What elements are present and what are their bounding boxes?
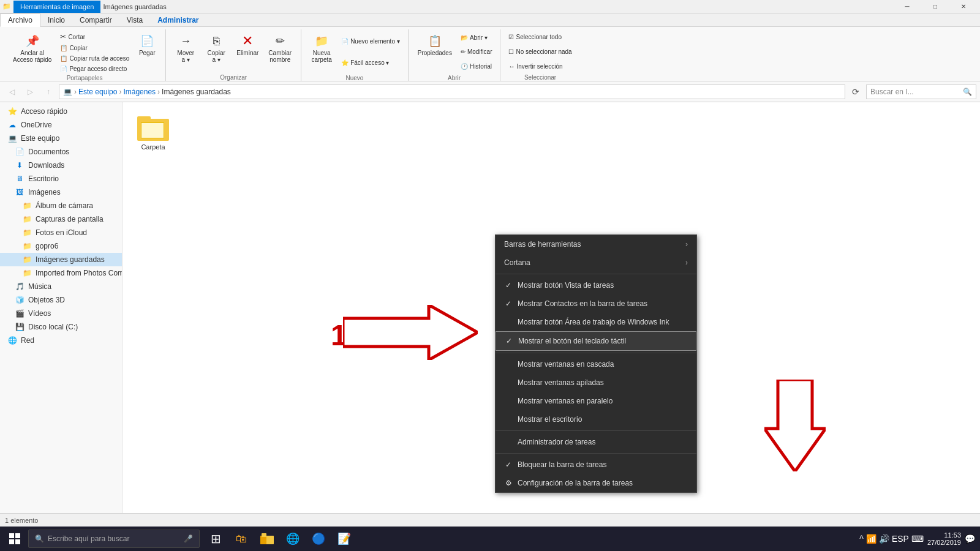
sidebar-item-videos[interactable]: 🎬 Vídeos (0, 307, 122, 320)
taskbar-icon-edge[interactable]: 🌐 (281, 527, 305, 550)
start-button[interactable] (2, 527, 27, 550)
file-item-carpeta[interactable]: Carpeta (129, 108, 178, 156)
sidebar-item-este-equipo[interactable]: 💻 Este equipo (0, 132, 122, 145)
pegar-btn[interactable]: 📋 Copiar ruta de acceso (57, 53, 132, 64)
tray-notification[interactable]: 💬 (965, 534, 975, 544)
sidebar-item-fotos-cloud[interactable]: 📁 Fotos en iCloud (0, 226, 122, 239)
tray-volume[interactable]: 🔊 (879, 534, 889, 544)
cortar-btn[interactable]: ✂ Cortar (57, 31, 132, 43)
historial-btn[interactable]: 🕐 Historial (458, 61, 496, 72)
no-seleccionar-btn[interactable]: ☐ No seleccionar nada (505, 47, 575, 57)
path-imagenes[interactable]: Imágenes (123, 88, 156, 96)
search-box[interactable]: Buscar en I... 🔍 (866, 84, 976, 99)
tray-keyboard[interactable]: ⌨ (911, 534, 924, 544)
ribbon: Archivo Inicio Compartir Vista Administr… (0, 13, 980, 81)
sidebar-item-imagenes-guardadas[interactable]: 📁 Imágenes guardadas (0, 253, 122, 266)
ctx-bloquear[interactable]: ✓ Bloquear la barra de tareas (496, 455, 696, 474)
modificar-btn[interactable]: ✏ Modificar (458, 47, 496, 57)
tab-vista[interactable]: Vista (119, 13, 150, 27)
taskbar-icon-explorer[interactable] (255, 527, 279, 550)
tab-archivo[interactable]: Archivo (0, 13, 40, 27)
cambiar-nombre-btn[interactable]: ✏ Cambiarnombre (264, 31, 296, 66)
nuevo-elemento-btn[interactable]: 📄 Nuevo elemento ▾ (338, 36, 403, 47)
tab-compartir[interactable]: Compartir (72, 13, 119, 27)
este-equipo-icon: 💻 (7, 133, 17, 143)
invertir-btn[interactable]: ↔ Invertir selección (505, 61, 565, 72)
taskbar-search-placeholder: Escribe aquí para buscar (48, 534, 129, 543)
svg-rect-7 (260, 536, 266, 544)
ribbon-group-abrir: 📋 Propiedades 📂 Abrir ▾ ✏ Modificar 🕐 Hi… (409, 29, 501, 81)
tray-network[interactable]: 📶 (866, 534, 876, 544)
sidebar-item-documentos[interactable]: 📄 Documentos (0, 145, 122, 159)
ribbon-group-abrir-items: 📋 Propiedades 📂 Abrir ▾ ✏ Modificar 🕐 Hi… (413, 29, 496, 73)
seleccionar-todo-btn[interactable]: ☑ Seleccionar todo (505, 32, 565, 42)
ribbon-group-portapapeles: 📌 Anclar alAcceso rápido ✂ Cortar 📋 Copi… (4, 29, 166, 81)
sidebar-item-musica[interactable]: 🎵 Música (0, 280, 122, 293)
title-tab-herramientas[interactable]: Herramientas de imagen (13, 1, 100, 13)
facil-acceso-btn[interactable]: ⭐ Fácil acceso ▾ (338, 58, 403, 68)
sidebar-item-onedrive[interactable]: ☁ OneDrive (0, 118, 122, 132)
anclar-label: Anclar alAcceso rápido (13, 50, 51, 63)
copiar-a-btn[interactable]: ⎘ Copiara ▾ (202, 31, 231, 66)
ctx-mostrar-cascada[interactable]: Mostrar ventanas en cascada (496, 355, 696, 373)
ctx-admin-tareas[interactable]: Administrador de tareas (496, 433, 696, 451)
eliminar-btn[interactable]: ✕ Eliminar (232, 31, 263, 59)
sidebar-item-disco-local[interactable]: 💾 Disco local (C:) (0, 320, 122, 334)
taskbar-clock[interactable]: 11:53 27/02/2019 (927, 531, 961, 546)
abrir-btn[interactable]: 📂 Abrir ▾ (458, 32, 496, 43)
ctx-barras-herramientas[interactable]: Barras de herramientas › (496, 235, 696, 253)
sidebar-item-escritorio[interactable]: 🖥 Escritorio (0, 172, 122, 186)
ctx-config-barra[interactable]: ⚙ Configuración de la barra de tareas (496, 474, 696, 492)
ribbon-group-portapapeles-items: 📌 Anclar alAcceso rápido ✂ Cortar 📋 Copi… (9, 29, 160, 73)
taskbar-icon-word[interactable]: 📝 (332, 527, 356, 550)
arrow-down (764, 380, 826, 473)
refresh-button[interactable]: ⟳ (848, 84, 864, 100)
ctx-mostrar-vista-tareas[interactable]: ✓ Mostrar botón Vista de tareas (496, 276, 696, 294)
pegar-acceso-btn[interactable]: 📄 Pegar acceso directo (57, 64, 132, 74)
objetos3d-label: Objetos 3D (28, 296, 65, 304)
up-button[interactable]: ↑ (40, 84, 56, 100)
anclar-btn[interactable]: 📌 Anclar alAcceso rápido (9, 31, 56, 66)
forward-button[interactable]: ▷ (22, 84, 38, 100)
nueva-carpeta-btn[interactable]: 📁 Nuevacarpeta (306, 31, 337, 66)
pegar-big-btn[interactable]: 📄 Pegar (134, 31, 160, 59)
path-este-equipo[interactable]: Este equipo (78, 88, 117, 96)
maximize-button[interactable]: □ (921, 0, 949, 13)
eliminar-icon: ✕ (240, 34, 255, 48)
sidebar-item-downloads[interactable]: ⬇ Downloads (0, 159, 122, 172)
taskbar-icon-store[interactable]: 🛍 (229, 527, 254, 550)
taskbar-icon-chrome[interactable]: 🔵 (306, 527, 331, 550)
taskbar-tray: ^ 📶 🔊 ESP ⌨ (859, 534, 924, 544)
ribbon-content: 📌 Anclar alAcceso rápido ✂ Cortar 📋 Copi… (0, 27, 980, 81)
back-button[interactable]: ◁ (4, 84, 20, 100)
sidebar-item-album[interactable]: 📁 Álbum de cámara (0, 199, 122, 212)
minimize-button[interactable]: ─ (893, 0, 921, 13)
taskbar-search[interactable]: 🔍 Escribe aquí para buscar 🎤 (28, 530, 200, 548)
address-path[interactable]: 💻 › Este equipo › Imágenes › Imágenes gu… (59, 84, 845, 99)
sidebar-item-imagenes[interactable]: 🖼 Imágenes (0, 186, 122, 199)
taskbar-icon-task-view[interactable]: ⊞ (203, 527, 228, 550)
sidebar-item-gopro6[interactable]: 📁 gopro6 (0, 239, 122, 253)
sidebar-item-capturas[interactable]: 📁 Capturas de pantalla (0, 212, 122, 226)
sidebar-item-red[interactable]: 🌐 Red (0, 334, 122, 347)
sidebar-item-imported[interactable]: 📁 Imported from Photos Com (0, 266, 122, 280)
ctx-mostrar-paralelo[interactable]: Mostrar ventanas en paralelo (496, 392, 696, 410)
copiar-btn[interactable]: 📋 Copiar (57, 43, 132, 53)
tab-administrar[interactable]: Administrar (150, 13, 206, 27)
propiedades-btn[interactable]: 📋 Propiedades (413, 31, 456, 59)
ctx-mostrar-contactos[interactable]: ✓ Mostrar Contactos en la barra de tarea… (496, 294, 696, 313)
tray-lang[interactable]: ESP (892, 534, 909, 544)
mover-btn[interactable]: → Movera ▾ (171, 31, 200, 66)
ctx-mostrar-escritorio[interactable]: Mostrar el escritorio (496, 410, 696, 429)
ctx-mostrar-teclado[interactable]: ✓ Mostrar el botón del teclado táctil (496, 331, 696, 351)
tab-inicio[interactable]: Inicio (40, 13, 72, 27)
ctx-mostrar-ink[interactable]: Mostrar botón Área de trabajo de Windows… (496, 313, 696, 331)
sidebar-item-objetos3d[interactable]: 🧊 Objetos 3D (0, 293, 122, 307)
propiedades-label: Propiedades (418, 50, 452, 56)
ctx-mostrar-apiladas[interactable]: Mostrar ventanas apiladas (496, 373, 696, 392)
sidebar-item-acceso-rapido[interactable]: ⭐ Acceso rápido (0, 105, 122, 118)
ctx-cortana[interactable]: Cortana › (496, 253, 696, 272)
close-button[interactable]: ✕ (949, 0, 978, 13)
ctx-barras-herramientas-label: Barras de herramientas (504, 240, 581, 249)
tray-chevron[interactable]: ^ (859, 534, 864, 544)
